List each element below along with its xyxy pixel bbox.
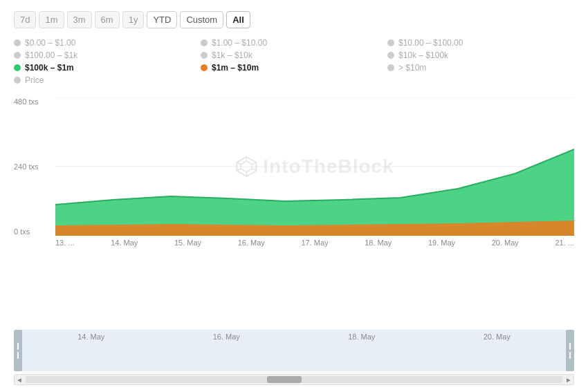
x-label-7: 20. May [492, 239, 519, 247]
legend-item-9[interactable]: Price [14, 75, 201, 85]
legend-dot-5 [387, 52, 394, 59]
time-btn-1y[interactable]: 1y [122, 11, 145, 28]
x-label-3: 16. May [238, 239, 265, 247]
nav-label-0: 14. May [77, 333, 104, 341]
legend-item-3[interactable]: $100.00 – $1k [14, 50, 201, 60]
time-btn-1m[interactable]: 1m [39, 11, 64, 28]
legend-dot-2 [387, 39, 394, 46]
navigator-handle-right[interactable] [566, 330, 574, 371]
scroll-left-arrow[interactable]: ◄ [15, 375, 24, 384]
chart-legend: $0.00 – $1.00 $1.00 – $10.00 $10.00 – $1… [14, 38, 574, 85]
x-axis: 13. ... 14. May 15. May 16. May 17. May … [55, 239, 574, 247]
legend-dot-0 [14, 39, 21, 46]
scrollbar-thumb[interactable] [267, 376, 302, 383]
x-label-2: 15. May [174, 239, 201, 247]
legend-dot-3 [14, 52, 21, 59]
chart-navigator[interactable]: 14. May 16. May 18. May 20. May [14, 330, 574, 371]
time-btn-3m[interactable]: 3m [67, 11, 92, 28]
x-label-8: 21. ... [555, 239, 574, 247]
legend-dot-9 [14, 77, 21, 84]
y-label-bot: 0 txs [14, 227, 52, 236]
legend-dot-1 [201, 39, 208, 46]
scrollbar-track[interactable] [26, 376, 562, 383]
time-btn-all[interactable]: All [226, 11, 250, 28]
legend-item-1[interactable]: $1.00 – $10.00 [201, 38, 387, 48]
y-axis: 480 txs 240 txs 0 txs [14, 97, 52, 236]
legend-item-0[interactable]: $0.00 – $1.00 [14, 38, 201, 48]
navigator-inner: 14. May 16. May 18. May 20. May [14, 330, 574, 371]
chart-area: IntoTheBlock [55, 97, 574, 236]
time-range-selector: 7d 1m 3m 6m 1y YTD Custom All [14, 11, 574, 28]
legend-dot-4 [201, 52, 208, 59]
chart-section: 480 txs 240 txs 0 txs IntoTheBlock [14, 97, 574, 323]
legend-item-6[interactable]: $100k – $1m [14, 63, 201, 73]
legend-item-8[interactable]: > $10m [387, 63, 574, 73]
x-label-4: 17. May [301, 239, 328, 247]
x-label-0: 13. ... [55, 239, 75, 247]
navigator-x-labels: 14. May 16. May 18. May 20. May [14, 330, 574, 344]
time-btn-6m[interactable]: 6m [95, 11, 120, 28]
main-container: 7d 1m 3m 6m 1y YTD Custom All $0.00 – $1… [0, 0, 588, 392]
navigator-handle-left[interactable] [14, 330, 22, 371]
legend-item-5[interactable]: $10k – $100k [387, 50, 574, 60]
nav-label-3: 20. May [484, 333, 511, 341]
scrollbar[interactable]: ◄ ► [14, 374, 574, 385]
y-label-mid: 240 txs [14, 162, 52, 171]
time-btn-ytd[interactable]: YTD [147, 11, 177, 28]
y-label-top: 480 txs [14, 97, 52, 106]
nav-label-1: 16. May [213, 333, 240, 341]
legend-item-7[interactable]: $1m – $10m [201, 63, 387, 73]
time-btn-7d[interactable]: 7d [14, 11, 36, 28]
legend-dot-green [14, 64, 21, 71]
legend-item-4[interactable]: $1k – $10k [201, 50, 387, 60]
x-label-5: 18. May [365, 239, 392, 247]
nav-label-2: 18. May [348, 333, 375, 341]
legend-item-2[interactable]: $10.00 – $100.00 [387, 38, 574, 48]
scroll-right-arrow[interactable]: ► [564, 375, 573, 384]
x-label-6: 19. May [428, 239, 455, 247]
x-label-1: 14. May [111, 239, 138, 247]
time-btn-custom[interactable]: Custom [180, 11, 223, 28]
legend-dot-8 [387, 64, 394, 71]
legend-dot-orange [201, 64, 208, 71]
